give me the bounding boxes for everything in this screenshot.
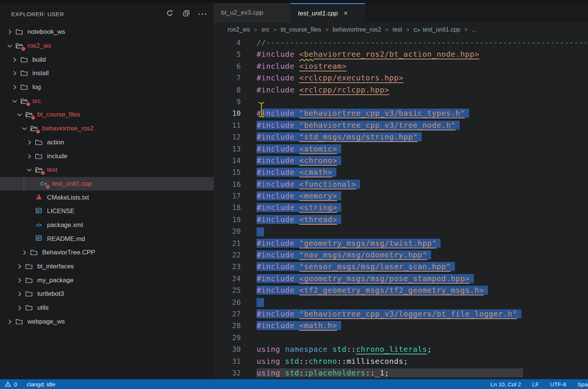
status-item-ln-10-col-2[interactable]: Ln 10, Col 2 [491, 381, 521, 387]
code-line-22[interactable]: 22#include "nav_msgs/msg/odometry.hpp" [214, 249, 588, 261]
code-line-8[interactable]: 8#include <rclcpp/rclcpp.hpp> [214, 84, 588, 96]
code-line-15[interactable]: 15#include <cmath> [214, 166, 588, 178]
chevron-right-icon[interactable] [20, 249, 29, 256]
chevron-right-icon[interactable] [15, 263, 24, 270]
code-line-7[interactable]: 7#include <rclcpp/executors.hpp> [214, 72, 588, 84]
breadcrumb-item-ros2_ws[interactable]: ros2_ws [228, 26, 250, 33]
code-line-9[interactable]: 9 [214, 96, 588, 107]
folder-icon [24, 276, 34, 285]
tree-item-include[interactable]: include [0, 149, 214, 163]
code-line-24[interactable]: 24#include <geometry_msgs/msg/pose_stamp… [214, 273, 588, 285]
code-line-31[interactable]: 31using std::chrono::milliseconds; [214, 356, 588, 367]
code-line-11[interactable]: 11#include "behaviortree_cpp_v3/tree_nod… [214, 120, 588, 131]
chevron-down-icon[interactable] [20, 125, 29, 132]
code-line-29[interactable]: 29 [214, 332, 588, 344]
breadcrumb-item-behaviortree_ros2[interactable]: >behaviortree_ros2 [321, 26, 381, 33]
tree-item-label: test_unit1.cpp [52, 180, 92, 188]
code-line-5[interactable]: 5#include <behaviortree_ros2/bt_action_n… [214, 48, 588, 60]
chevron-right-icon[interactable] [15, 277, 24, 284]
code-line-6[interactable]: 6#include <iostream> [214, 61, 588, 72]
status-item-clangd-idle[interactable]: clangd: idle [27, 381, 55, 387]
collapse-folders-button[interactable] [181, 9, 192, 20]
breadcrumb-label: src [261, 26, 269, 33]
breadcrumb-item-test[interactable]: >test [381, 26, 402, 33]
selection-highlight: #include "std_msgs/msg/string.hpp" [257, 132, 422, 141]
tree-item-turtlebot3[interactable]: turtlebot3 [0, 287, 214, 301]
tree-item-bt_course_files[interactable]: •bt_course_files [0, 108, 214, 122]
selection-highlight: #include <cmath> [257, 168, 336, 177]
status-bar-right: Ln 10, Col 2LFUTF-8Spac [491, 381, 588, 387]
tree-item-src[interactable]: •src [0, 94, 214, 108]
code-line-21[interactable]: 21#include "geometry_msgs/msg/twist.hpp" [214, 238, 588, 249]
tab-test_unit1.cpp[interactable]: test_unit1.cpp× [290, 3, 365, 23]
breadcrumb-item-...[interactable]: >... [460, 26, 477, 33]
line-content [257, 298, 264, 307]
chevron-right-icon[interactable] [15, 304, 24, 312]
code-line-28[interactable]: 28#include <math.h> [214, 320, 588, 331]
chevron-right-icon[interactable] [10, 70, 19, 77]
chevron-right-icon[interactable] [5, 318, 14, 325]
code-line-20[interactable]: 20 [214, 226, 588, 237]
tree-item-test_unit1.cpp[interactable]: C+×test_unit1.cpp [0, 177, 214, 191]
chevron-right-icon[interactable] [5, 28, 14, 36]
code-line-13[interactable]: 13#include <atomic> [214, 143, 588, 155]
code-line-26[interactable]: 26 [214, 297, 588, 308]
tree-item-webpage_ws[interactable]: webpage_ws [0, 315, 214, 328]
code-line-32[interactable]: 32using std::placeholders::_1; [214, 367, 588, 379]
tree-item-bt_interfaces[interactable]: bt_interfaces [0, 260, 214, 274]
tree-item-build[interactable]: build [0, 53, 214, 67]
code-line-16[interactable]: 16#include <functional> [214, 179, 588, 190]
tree-item-README.md[interactable]: README.md [0, 232, 214, 246]
more-actions-button[interactable]: ··· [197, 9, 208, 20]
code-line-30[interactable]: 30using namespace std::chrono_literals; [214, 344, 588, 355]
tree-item-log[interactable]: log [0, 80, 214, 94]
problem-badge: • [26, 101, 31, 107]
status-item-spac[interactable]: Spac [577, 381, 588, 387]
tree-item-test[interactable]: •test [0, 163, 214, 177]
tree-item-action[interactable]: action [0, 136, 214, 150]
tree-item-LICENSE[interactable]: LICENSE [0, 204, 214, 218]
tree-item-behaviortree_ros2[interactable]: •behaviortree_ros2 [0, 122, 214, 136]
code-line-25[interactable]: 25#include <tf2_geometry_msgs/tf2_geomet… [214, 285, 588, 296]
status-item-label: clangd: idle [27, 381, 55, 387]
chevron-right-icon[interactable] [10, 83, 19, 91]
tree-item-my_package[interactable]: my_package [0, 273, 214, 287]
status-item-utf-8[interactable]: UTF-8 [550, 381, 566, 387]
status-bar: 0clangd: idle Ln 10, Col 2LFUTF-8Spac [0, 379, 588, 389]
code-line-17[interactable]: 17#include <memory> [214, 190, 588, 202]
code-line-18[interactable]: 18#include <string> [214, 202, 588, 213]
tree-item-CMakeLists.txt[interactable]: CMakeLists.txt [0, 191, 214, 204]
status-item-lf[interactable]: LF [532, 381, 539, 387]
line-number: 18 [214, 202, 241, 213]
code-line-19[interactable]: 19#include <thread> [214, 214, 588, 226]
breadcrumb-item-test_unit1.cpp[interactable]: >C+test_unit1.cpp [402, 26, 460, 33]
chevron-right-icon[interactable] [25, 139, 34, 146]
tree-item-package.xml[interactable]: <>package.xml [0, 218, 214, 232]
tab-bt_u2_ex3.cpp[interactable]: bt_u2_ex3.cpp [214, 3, 290, 23]
chevron-right-icon[interactable] [10, 56, 19, 64]
status-item-label: LF [532, 381, 539, 387]
chevron-down-icon[interactable] [25, 166, 34, 174]
chevron-right-icon[interactable] [15, 290, 24, 298]
status-item-0[interactable]: 0 [5, 381, 17, 387]
tree-item-install[interactable]: install [0, 67, 214, 80]
close-icon[interactable]: × [344, 9, 348, 17]
breadcrumb-item-bt_course_files[interactable]: >bt_course_files [269, 26, 321, 33]
tree-item-BehaviorTree.CPP[interactable]: BehaviorTree.CPP [0, 246, 214, 260]
chevron-down-icon[interactable] [10, 97, 19, 105]
chevron-right-icon[interactable] [25, 153, 34, 160]
code-line-27[interactable]: 27#include "behaviortree_cpp_v3/loggers/… [214, 308, 588, 320]
tree-item-notebook_ws[interactable]: notebook_ws [0, 25, 214, 39]
code-line-4[interactable]: 4//-------------------------------------… [214, 37, 588, 48]
code-line-14[interactable]: 14#include <chrono> [214, 155, 588, 166]
tree-item-ros2_ws[interactable]: •ros2_ws [0, 39, 214, 53]
editor-code-area[interactable]: 4//-------------------------------------… [214, 37, 588, 379]
breadcrumb-item-src[interactable]: >src [250, 26, 270, 33]
chevron-down-icon[interactable] [5, 42, 14, 50]
code-line-23[interactable]: 23#include "sensor_msgs/msg/laser_scan.h… [214, 261, 588, 272]
chevron-down-icon[interactable] [15, 111, 24, 118]
refresh-button[interactable] [164, 9, 175, 20]
tree-item-utils[interactable]: utils [0, 301, 214, 315]
code-line-10[interactable]: 10#include "behaviortree_cpp_v3/basic_ty… [214, 107, 588, 119]
code-line-12[interactable]: 12#include "std_msgs/msg/string.hpp" [214, 131, 588, 143]
